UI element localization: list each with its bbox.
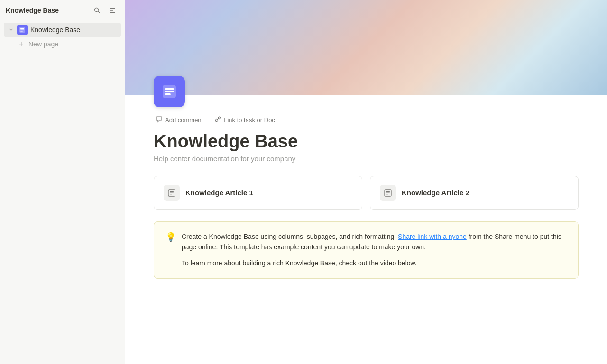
svg-rect-2 [110,10,113,11]
collapse-sidebar-button[interactable] [106,4,119,17]
bulb-icon: 💡 [166,232,176,269]
article-card-2-title: Knowledge Article 2 [402,189,469,197]
page-content: Knowledge Article 1 Knowledge Article 2 … [125,168,607,364]
sidebar-item-label: Knowledge Base [30,26,80,34]
knowledge-base-icon [17,25,28,35]
svg-rect-19 [386,194,388,194]
svg-rect-3 [110,12,115,13]
info-intro: Create a Knowledge Base using columns, s… [182,233,398,240]
info-box: 💡 Create a Knowledge Base using columns,… [154,221,579,279]
svg-rect-17 [386,191,390,192]
info-paragraph-1: Create a Knowledge Base using columns, s… [182,231,567,253]
article-cards: Knowledge Article 1 Knowledge Article 2 [154,176,579,210]
main-content: Add comment Link to task or Doc Knowledg… [125,0,607,364]
new-page-label: New page [28,40,58,48]
add-comment-button[interactable]: Add comment [154,115,205,125]
article-card-1[interactable]: Knowledge Article 1 [154,176,362,210]
article-card-2[interactable]: Knowledge Article 2 [370,176,579,210]
info-box-inner: 💡 Create a Knowledge Base using columns,… [166,231,567,269]
svg-rect-13 [170,191,174,192]
collapse-icon [109,7,116,14]
link-label: Link to task or Doc [224,117,275,124]
sidebar-nav: Knowledge Base + New page [0,21,125,53]
chevron-icon [8,27,14,33]
plus-icon: + [17,40,26,48]
svg-rect-11 [165,93,171,95]
page-icon-wrapper [125,76,607,107]
sidebar-title: Knowledge Base [6,7,59,14]
info-paragraph-2: To learn more about building a rich Know… [182,258,567,268]
article-icon-2 [380,185,396,201]
page-icon [154,76,185,107]
info-text: Create a Knowledge Base using columns, s… [182,231,567,269]
svg-rect-10 [165,91,174,93]
article-icon-1 [164,185,180,201]
sidebar: Knowledge Base [0,0,125,364]
svg-point-0 [95,8,99,12]
search-button[interactable] [91,4,104,17]
sidebar-header-icons [91,4,119,17]
share-link[interactable]: Share link with a nyone [398,233,467,240]
new-page-item[interactable]: + New page [13,37,121,51]
sidebar-header: Knowledge Base [0,0,125,21]
page-title-area: Knowledge Base Help center documentation… [125,129,607,168]
page-subtitle: Help center documentation for your compa… [154,155,579,163]
search-icon [93,7,101,14]
svg-rect-6 [20,30,24,31]
svg-rect-14 [170,192,174,193]
svg-rect-7 [20,31,23,32]
comment-icon [156,116,163,124]
svg-rect-15 [170,194,172,194]
link-icon [214,116,221,124]
link-button[interactable]: Link to task or Doc [212,115,277,125]
add-comment-label: Add comment [165,117,203,124]
page-title: Knowledge Base [154,131,579,153]
svg-rect-1 [110,8,115,9]
svg-rect-9 [165,88,174,90]
page-toolbar: Add comment Link to task or Doc [125,111,607,129]
svg-rect-5 [20,28,24,29]
article-card-1-title: Knowledge Article 1 [185,189,253,197]
svg-rect-18 [386,192,390,193]
sidebar-item-knowledge-base[interactable]: Knowledge Base [4,23,121,37]
